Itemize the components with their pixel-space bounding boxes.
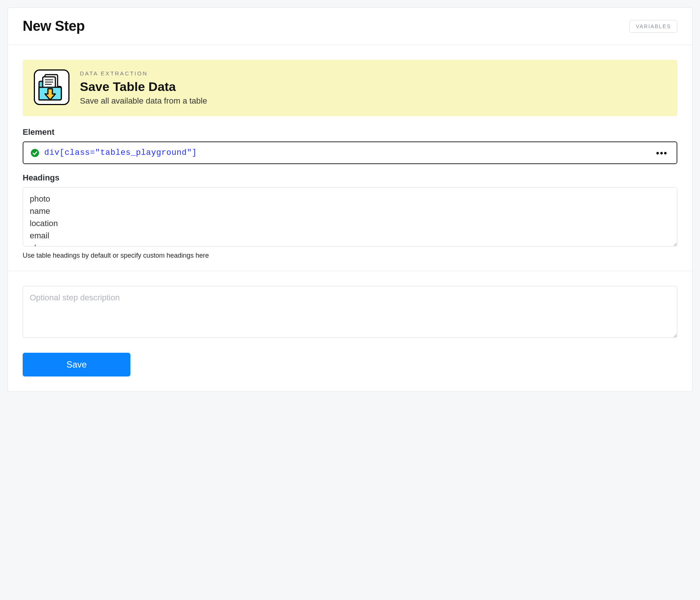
step-editor-card: New Step VARIABLES	[7, 7, 693, 392]
save-button[interactable]: Save	[23, 353, 130, 376]
headings-label: Headings	[23, 173, 677, 183]
save-table-icon	[34, 69, 69, 107]
variables-button[interactable]: VARIABLES	[629, 20, 677, 33]
headings-helper-text: Use table headings by default or specify…	[23, 252, 677, 260]
banner-subtitle: Save all available data from a table	[80, 96, 207, 106]
headings-textarea[interactable]	[23, 187, 677, 247]
check-icon	[31, 149, 39, 157]
element-label: Element	[23, 127, 677, 137]
step-type-banner: DATA EXTRACTION Save Table Data Save all…	[23, 60, 677, 116]
more-icon[interactable]: •••	[655, 149, 669, 157]
banner-text: DATA EXTRACTION Save Table Data Save all…	[80, 70, 207, 106]
card-footer: Save	[8, 271, 692, 391]
card-body: DATA EXTRACTION Save Table Data Save all…	[8, 45, 692, 271]
description-textarea[interactable]	[23, 286, 677, 338]
element-selector-input[interactable]: div[class="tables_playground"] •••	[23, 141, 677, 164]
element-selector-value: div[class="tables_playground"]	[44, 148, 649, 157]
svg-point-6	[31, 149, 39, 157]
banner-kicker: DATA EXTRACTION	[80, 70, 207, 76]
page-title: New Step	[23, 18, 85, 34]
element-field-group: Element div[class="tables_playground"] •…	[23, 127, 677, 164]
banner-title: Save Table Data	[80, 79, 207, 94]
headings-field-group: Headings Use table headings by default o…	[23, 173, 677, 260]
card-header: New Step VARIABLES	[8, 8, 692, 45]
